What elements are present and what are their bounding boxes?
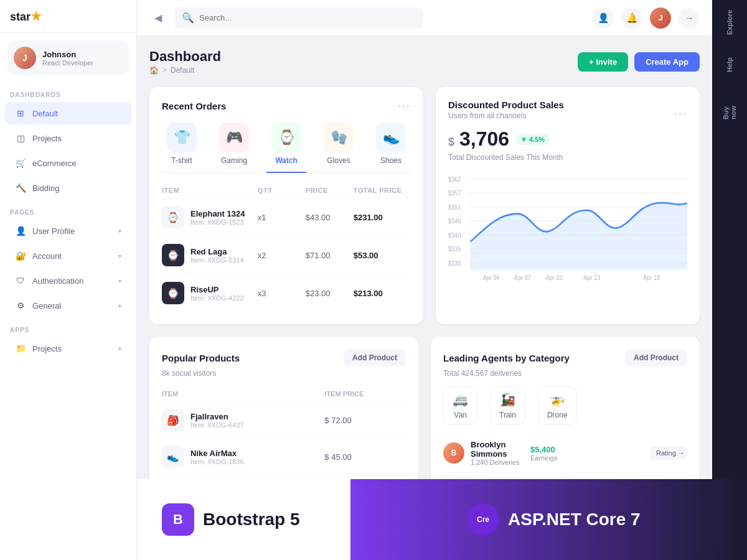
svg-text:$330: $330 [448,259,461,267]
rating-button[interactable]: Rating → [650,446,687,460]
tab-gaming[interactable]: 🎮 Gaming [214,123,254,165]
collapse-button[interactable]: ◀ [149,9,167,27]
tab-shoes-label: Shoes [380,156,402,165]
sidebar-item-account[interactable]: 🔐 Account ▾ [5,245,131,267]
sales-badge: ▼ 4.5% [515,134,550,145]
svg-text:$357: $357 [448,190,461,197]
breadcrumb: 🏠 > Default [149,66,221,75]
order-item-icon: ⌚ [162,244,184,266]
content-wrapper: ◀ 🔍 👤 🔔 J → Dashboard 🏠 > [137,0,747,560]
svg-text:$340: $340 [448,231,461,239]
recent-orders-card: Recent Orders ··· 👕 T-shirt 🎮 Gaming [149,87,423,324]
col-total: TOTAL PRICE [354,187,411,194]
buy-now-button[interactable]: Buy now [717,95,742,119]
popular-products-title: Popular Products [162,353,240,363]
notification-icon-btn[interactable]: 🔔 [621,7,642,29]
agent-name: Brooklyn Simmons [471,440,525,459]
order-qty: x1 [258,213,306,222]
tab-shoes[interactable]: 👟 Shoes [371,123,411,165]
table-row: ⌚ RiseUP Item: #XDG-4222 x3 $23.00 $213.… [162,274,411,312]
sidebar-item-apps-projects[interactable]: 📁 Projects ▾ [5,337,131,360]
bootstrap-text: Bootstrap 5 [203,510,300,530]
sidebar-item-authentication[interactable]: 🛡 Authentication ▾ [5,269,131,292]
product-name: Nike AirMax [190,449,244,458]
user-name: Johnson [42,50,93,59]
topbar-avatar[interactable]: J [650,7,671,29]
sidebar-item-ecommerce[interactable]: 🛒 eCommerce [5,152,131,174]
sidebar-item-projects[interactable]: ◫ Projects [5,127,131,149]
order-price: $23.00 [306,289,354,298]
sidebar-item-general[interactable]: ⚙ General ▾ [5,294,131,317]
right-panel: Explore Help Buy now [712,0,747,560]
col-price: ITEM PRICE [324,390,406,398]
add-product-button[interactable]: Add Product [344,349,406,366]
create-app-button[interactable]: Create App [634,52,700,72]
help-button[interactable]: Help [717,52,742,77]
apps-projects-icon: 📁 [15,343,26,354]
sidebar-item-label: Projects [32,344,112,353]
dashboards-section: DASHBOARDS [0,83,136,101]
product-icon: 🎒 [162,409,184,431]
pages-section: PAGES [0,200,136,218]
sidebar-item-label: User Profile [32,226,112,236]
order-name: Elephant 1324 [190,209,245,218]
train-icon: 🚂 [500,392,515,407]
table-row: 🎒 Fjallraven Item: #XDG-6437 $ 72.00 [162,402,406,439]
product-id: Item: #XDG-6437 [190,421,244,429]
search-input[interactable] [199,13,416,22]
sidebar-item-bidding[interactable]: 🔨 Bidding [5,177,131,199]
order-item-icon: ⌚ [162,206,184,228]
user-card[interactable]: J Johnson React Developer [7,40,129,75]
col-item: ITEM [162,187,258,194]
search-box[interactable]: 🔍 [174,7,423,28]
product-item: 👟 Nike AirMax Item: #XDG-1836 [162,446,324,468]
agent-row: B Brooklyn Simmons 1,240 Deliveries $5,4… [443,434,687,473]
cat-tab-train[interactable]: 🚂 Train [490,386,525,425]
bootstrap-icon: B [162,503,194,536]
tab-gaming-label: Gaming [221,156,247,165]
account-icon: 🔐 [15,250,26,261]
tab-watch[interactable]: ⌚ Watch [266,123,306,173]
popular-products-subtitle: 8k social visitors [162,369,406,378]
train-label: Train [499,411,516,419]
agents-header: Leading Agents by Category Add Product [443,349,687,366]
table-row: 👟 Nike AirMax Item: #XDG-1836 $ 45.00 [162,439,406,475]
svg-text:$346: $346 [448,218,461,225]
agents-title: Leading Agents by Category [443,353,570,363]
profile-icon-btn[interactable]: 👤 [593,7,614,29]
sidebar-item-default[interactable]: ⊞ Default [5,102,131,124]
shoes-icon: 👟 [376,123,406,152]
add-product-agents-button[interactable]: Add Product [625,349,687,366]
watch-icon: ⌚ [271,123,301,152]
explore-button[interactable]: Explore [717,10,742,35]
product-icon: 👟 [162,446,184,468]
tab-tshirt[interactable]: 👕 T-shirt [162,123,202,165]
apps-section: APPS [0,318,136,336]
projects-icon: ◫ [15,133,26,144]
signout-icon-btn[interactable]: → [679,7,700,29]
cat-tab-drone[interactable]: 🚁 Drone [538,386,577,425]
tab-gloves[interactable]: 🧤 Gloves [319,123,359,165]
invite-button[interactable]: + Invite [578,52,628,72]
card-menu-icon[interactable]: ··· [398,100,411,113]
topbar: ◀ 🔍 👤 🔔 J → [137,0,712,36]
product-name: Fjallraven [190,412,244,421]
order-total: $213.00 [354,289,411,298]
agent-earnings: $5,400 [530,445,585,454]
cat-tab-van[interactable]: 🚐 Van [443,386,477,425]
chevron-down-icon: ▾ [118,345,121,352]
van-label: Van [454,411,466,419]
col-item: ITEM [162,390,324,398]
sales-menu-icon[interactable]: ··· [674,107,687,120]
gloves-icon: 🧤 [324,123,354,152]
logo-text: star★ [10,9,42,24]
sidebar-item-user-profile[interactable]: 👤 User Profile ▾ [5,220,131,242]
overlay-banner: B Bootstrap 5 Cre ASP.NET Core 7 [137,479,747,560]
table-row: ⌚ Red Laga Item: #XDG-5314 x2 $71.00 $53… [162,236,411,274]
sidebar-item-label: Authentication [32,276,112,286]
sidebar-item-label: eCommerce [32,159,121,168]
order-name: RiseUP [190,285,244,294]
sales-title: Discounted Product Sales [448,100,564,110]
breadcrumb-home-icon: 🏠 [149,66,159,75]
order-name: Red Laga [190,247,244,256]
